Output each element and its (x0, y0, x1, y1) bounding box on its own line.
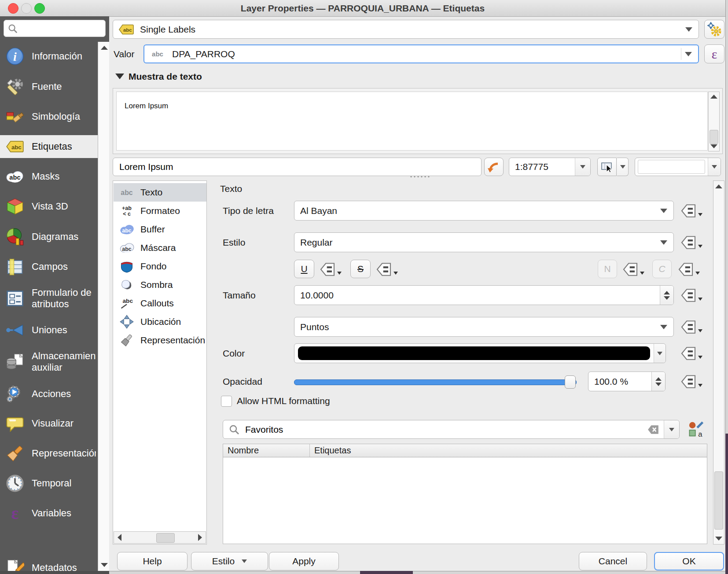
spinner-buttons[interactable] (660, 286, 673, 305)
scroll-down-icon[interactable] (715, 537, 722, 541)
tab-fondo[interactable]: Fondo (114, 257, 207, 276)
automated-placement-settings-button[interactable] (704, 20, 724, 39)
data-defined-override-button[interactable] (680, 287, 706, 304)
buffer-tab-icon: abc (119, 222, 134, 236)
label-mode-select[interactable]: abc Single Labels (113, 20, 699, 39)
tab-buffer[interactable]: abcBuffer (114, 220, 207, 239)
tab-label: Callouts (140, 298, 174, 309)
sidebar-item-etiquetas[interactable]: abcEtiquetas (0, 135, 98, 158)
style-filter-input[interactable] (244, 424, 647, 435)
reset-sample-text-button[interactable] (484, 158, 504, 176)
scrollbar-thumb[interactable] (714, 471, 723, 530)
color-label: Color (223, 343, 245, 363)
ok-button[interactable]: OK (654, 552, 724, 570)
sidebar-item-informaci-n[interactable]: iInformación (0, 45, 98, 68)
fields-icon (6, 258, 24, 276)
scroll-up-icon[interactable] (101, 46, 108, 50)
chevron-down-icon (660, 209, 667, 213)
sidebar-item-variables[interactable]: εVariables (0, 502, 98, 525)
allow-html-checkbox[interactable] (221, 396, 232, 407)
sidebar-item-representaci-n[interactable]: Representación (0, 442, 98, 465)
spinner-buttons[interactable] (651, 372, 665, 391)
sidebar-search-box[interactable] (4, 20, 106, 37)
sidebar-item-simbolog-a[interactable]: Simbología (0, 105, 98, 128)
canvas-scale-menu-button[interactable] (617, 158, 629, 176)
value-field-select[interactable]: abc DPA_PARROQ (143, 44, 699, 63)
table-header-etiquetas[interactable]: Etiquetas (314, 445, 351, 456)
data-defined-override-button[interactable] (621, 261, 648, 278)
sidebar-item-vista-3d[interactable]: Vista 3D (0, 195, 98, 218)
tab-list-horizontal-scrollbar[interactable] (114, 531, 206, 544)
data-defined-icon (680, 235, 697, 250)
sidebar-item-metadatos[interactable]: Metadatos (0, 556, 98, 571)
sample-text-input[interactable] (118, 161, 481, 173)
sidebar-item-label: Almacenamiento auxiliar (32, 350, 96, 373)
data-defined-override-button[interactable] (375, 261, 401, 278)
scrollbar-thumb[interactable] (156, 533, 175, 543)
settings-panel-scrollbar[interactable] (713, 180, 724, 545)
sidebar-item-masks[interactable]: abcMasks (0, 165, 98, 188)
sidebar-item-label: Uniones (32, 324, 96, 336)
tab-formateo[interactable]: +ab< cFormateo (114, 202, 207, 220)
strikethrough-button[interactable]: S (350, 260, 371, 278)
opacity-spinbox[interactable]: 100.0 % (588, 372, 665, 391)
preview-scrollbar[interactable] (708, 92, 720, 151)
sidebar-search-input[interactable] (18, 23, 105, 34)
tab-m-scara[interactable]: abcMáscara (114, 239, 207, 257)
font-family-select[interactable]: Al Bayan (294, 201, 674, 221)
style-menu-button[interactable]: Estilo (191, 552, 268, 570)
font-style-select[interactable]: Regular (294, 232, 674, 252)
saved-styles-table[interactable]: Nombre Etiquetas (223, 444, 707, 544)
sidebar-item-formulario-de-atributos[interactable]: Formulario de atributos (0, 284, 98, 313)
scroll-up-icon[interactable] (715, 184, 722, 188)
text-color-button[interactable] (294, 343, 666, 363)
splitter-handle[interactable] (409, 176, 430, 178)
table-header-nombre[interactable]: Nombre (228, 445, 309, 456)
sidebar-item-diagramas[interactable]: Diagramas (0, 225, 98, 248)
tab-ubicaci-n[interactable]: Ubicación (114, 313, 207, 331)
data-defined-override-button[interactable] (680, 345, 706, 362)
scroll-down-icon[interactable] (101, 563, 108, 567)
data-defined-override-button[interactable] (319, 261, 345, 278)
tab-sombra[interactable]: Sombra (114, 276, 207, 294)
scroll-left-icon[interactable] (118, 534, 121, 541)
apply-button[interactable]: Apply (269, 552, 339, 570)
opacity-slider[interactable] (294, 375, 576, 388)
sidebar-item-temporal[interactable]: Temporal (0, 472, 98, 495)
collapse-triangle-icon[interactable] (115, 74, 124, 79)
expression-builder-button[interactable]: ε (704, 44, 724, 63)
data-defined-override-button[interactable] (680, 318, 706, 336)
italic-button[interactable]: C (652, 260, 672, 278)
style-filter-box[interactable] (223, 420, 680, 439)
sidebar-item-visualizar[interactable]: Visualizar (0, 412, 98, 435)
tab-callouts[interactable]: abcCallouts (114, 294, 207, 313)
help-button[interactable]: Help (117, 552, 188, 570)
size-spinbox[interactable]: 10.0000 (294, 285, 674, 305)
size-units-select[interactable]: Puntos (294, 317, 674, 337)
bold-button[interactable]: N (598, 260, 617, 278)
opacity-slider-handle[interactable] (565, 375, 576, 389)
text-tab-icon: abc (119, 185, 134, 199)
sidebar-item-fuente[interactable]: Fuente (0, 75, 98, 98)
cancel-button[interactable]: Cancel (579, 552, 647, 570)
sidebar-item-almacenamiento-auxiliar[interactable]: Almacenamiento auxiliar (0, 348, 98, 376)
tab-texto[interactable]: abcTexto (114, 183, 207, 202)
preview-sample-text: Lorem Ipsum (125, 102, 168, 110)
tab-representaci-n[interactable]: Representación (114, 331, 207, 350)
sidebar-item-acciones[interactable]: Acciones (0, 383, 98, 405)
scroll-right-icon[interactable] (198, 534, 202, 541)
sidebar-item-campos[interactable]: Campos (0, 255, 98, 278)
underline-button[interactable]: U (294, 260, 314, 278)
diagrams-icon (6, 228, 24, 246)
sidebar-item-uniones[interactable]: Uniones (0, 319, 98, 342)
style-manager-button[interactable]: a (688, 421, 705, 438)
data-defined-override-button[interactable] (680, 373, 706, 390)
data-defined-override-button[interactable] (677, 261, 703, 278)
data-defined-override-button[interactable] (680, 202, 706, 220)
clear-icon[interactable] (647, 423, 659, 436)
preview-scale-select[interactable]: 1:87775 (509, 158, 591, 176)
set-to-canvas-scale-button[interactable] (597, 158, 617, 176)
preview-background-color-button[interactable] (635, 158, 721, 176)
sidebar-scrollbar[interactable] (98, 42, 109, 571)
data-defined-override-button[interactable] (680, 234, 706, 251)
